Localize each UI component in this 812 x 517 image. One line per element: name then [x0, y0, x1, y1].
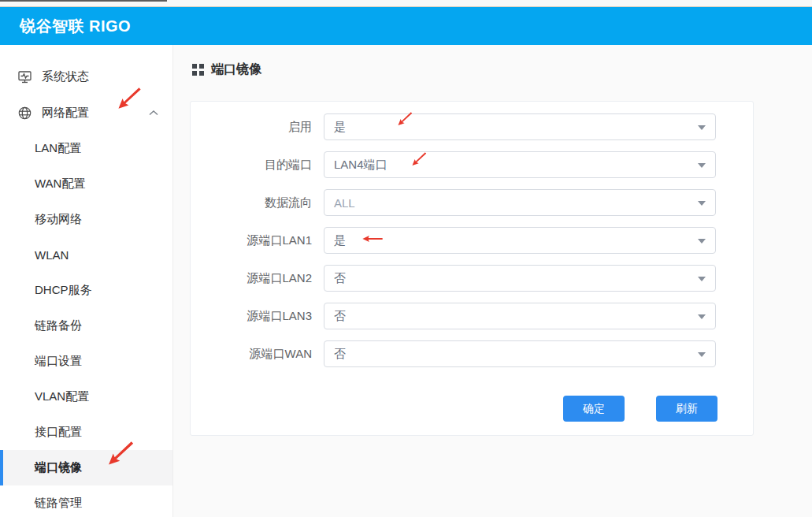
form-row: 启用 是	[191, 113, 753, 140]
brand-title: 锐谷智联 RIGO	[0, 16, 131, 37]
chevron-up-icon	[149, 110, 158, 116]
form-row: 源端口LAN2 否	[191, 265, 753, 292]
app-header: 锐谷智联 RIGO	[0, 7, 812, 45]
sidebar-item-vlan-config[interactable]: VLAN配置	[0, 379, 172, 415]
form-row: 源端口LAN1 是	[191, 227, 753, 254]
sidebar-item-port-settings[interactable]: 端口设置	[0, 344, 172, 379]
chevron-down-icon	[698, 163, 706, 168]
enable-select[interactable]: 是	[324, 113, 716, 140]
grid-icon	[192, 64, 204, 76]
sidebar-item-dhcp-service[interactable]: DHCP服务	[0, 273, 172, 308]
sidebar-item-mobile-network[interactable]: 移动网络	[0, 202, 172, 237]
source-port-wan-select[interactable]: 否	[324, 340, 716, 367]
refresh-button[interactable]: 刷新	[656, 396, 717, 422]
sidebar-item-network-config[interactable]: 网络配置	[0, 95, 172, 131]
button-row: 确定 刷新	[191, 396, 753, 422]
sidebar-item-interface-config[interactable]: 接口配置	[0, 415, 172, 450]
data-direction-select[interactable]: ALL	[324, 189, 716, 216]
sidebar-item-wan-config[interactable]: WAN配置	[0, 166, 172, 202]
page: 锐谷智联 RIGO 系统状态	[0, 0, 812, 517]
form-row: 源端口LAN3 否	[191, 303, 753, 329]
sidebar-item-link-management[interactable]: 链路管理	[0, 485, 172, 517]
sidebar: 系统状态 网络配置 LAN配置 WAN配置 移动网络 WLAN DHCP服务	[0, 45, 173, 517]
form-row: 数据流向 ALL	[191, 189, 753, 216]
monitor-icon	[17, 69, 32, 84]
source-port-lan1-select[interactable]: 是	[324, 227, 716, 254]
chevron-down-icon	[698, 314, 706, 319]
port-mirroring-panel: 启用 是 目的端口 LAN4端口 数据流向 ALL	[190, 101, 754, 436]
chevron-down-icon	[698, 352, 706, 357]
page-title: 端口镜像	[192, 61, 261, 78]
source-port-lan3-select[interactable]: 否	[324, 303, 716, 329]
chevron-down-icon	[698, 277, 706, 281]
form-row: 源端口WAN 否	[191, 340, 753, 367]
field-label: 启用	[191, 113, 324, 140]
field-label: 源端口LAN3	[191, 303, 324, 329]
sidebar-item-system-status[interactable]: 系统状态	[0, 58, 172, 95]
window-edge	[0, 0, 167, 2]
globe-icon	[17, 106, 32, 121]
field-label: 数据流向	[191, 189, 324, 216]
chevron-down-icon	[698, 125, 706, 130]
source-port-lan2-select[interactable]: 否	[324, 265, 716, 292]
sidebar-item-lan-config[interactable]: LAN配置	[0, 131, 172, 166]
sidebar-item-label: 系统状态	[42, 69, 89, 84]
sidebar-item-label: 网络配置	[42, 106, 89, 121]
window-top-strip	[0, 0, 812, 7]
field-label: 目的端口	[191, 151, 324, 178]
form-row: 目的端口 LAN4端口	[191, 151, 753, 178]
sidebar-item-wlan[interactable]: WLAN	[0, 237, 172, 273]
field-label: 源端口LAN2	[191, 265, 324, 292]
main-content: 端口镜像 启用 是 目的端口 LAN4端口 数据流向 ALL	[173, 45, 812, 517]
chevron-down-icon	[698, 239, 706, 244]
sidebar-item-port-mirroring[interactable]: 端口镜像	[0, 450, 172, 485]
field-label: 源端口LAN1	[191, 227, 324, 254]
destination-port-select[interactable]: LAN4端口	[324, 151, 716, 178]
confirm-button[interactable]: 确定	[563, 396, 625, 422]
chevron-down-icon	[698, 201, 706, 206]
field-label: 源端口WAN	[191, 340, 324, 367]
sidebar-item-link-backup[interactable]: 链路备份	[0, 308, 172, 344]
